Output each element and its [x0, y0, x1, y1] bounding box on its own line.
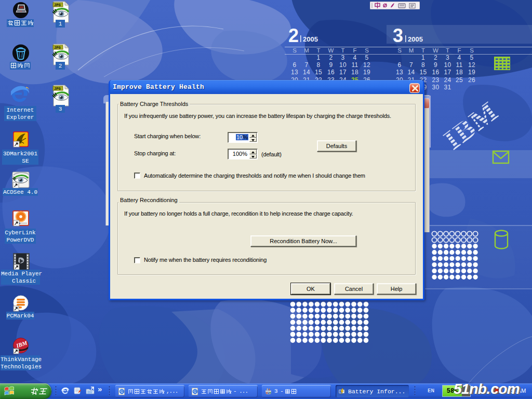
svg-text:16: 16 [432, 69, 440, 76]
svg-text:3: 3 [446, 54, 449, 61]
svg-text:26: 26 [468, 76, 475, 84]
svg-text:19: 19 [468, 69, 475, 76]
svg-text:10: 10 [444, 61, 451, 69]
svg-text:JPG: JPG [54, 87, 61, 91]
svg-text:W: W [328, 47, 334, 54]
svg-text:M: M [409, 47, 414, 54]
svg-text:30: 30 [432, 84, 440, 91]
svg-text:T: T [421, 47, 425, 54]
svg-text:S: S [292, 47, 297, 54]
svg-text:F: F [353, 47, 356, 54]
svg-text:19: 19 [363, 69, 370, 76]
svg-text:9: 9 [329, 61, 333, 69]
svg-text:10: 10 [339, 61, 347, 69]
svg-text:T: T [316, 47, 320, 54]
svg-text:4: 4 [458, 54, 461, 61]
svg-text:3: 3 [341, 54, 345, 61]
svg-text:14: 14 [408, 69, 415, 76]
svg-text:7: 7 [305, 61, 309, 69]
svg-text:9: 9 [434, 61, 437, 69]
svg-text:24: 24 [444, 76, 451, 84]
svg-text:16: 16 [327, 69, 335, 76]
svg-text:6: 6 [293, 61, 297, 69]
svg-text:T: T [446, 47, 449, 54]
svg-text:23: 23 [432, 76, 440, 84]
svg-text:JPG: JPG [54, 3, 61, 7]
svg-text:13: 13 [396, 69, 403, 76]
svg-text:3: 3 [393, 25, 403, 46]
svg-text:W: W [433, 47, 438, 54]
svg-text:17: 17 [339, 69, 347, 76]
svg-text:6: 6 [398, 61, 402, 69]
svg-text:8: 8 [317, 61, 321, 69]
svg-text:T: T [341, 47, 344, 54]
svg-text:F: F [457, 47, 461, 54]
svg-text:15: 15 [420, 69, 427, 76]
svg-text:31: 31 [444, 84, 451, 91]
svg-text:5: 5 [365, 54, 369, 61]
svg-text:S: S [470, 47, 474, 54]
svg-text:2: 2 [288, 25, 299, 46]
svg-text:7: 7 [409, 61, 413, 69]
svg-text:2005: 2005 [303, 35, 318, 43]
svg-text:14: 14 [303, 69, 310, 76]
svg-text:S: S [365, 47, 369, 54]
svg-text:1: 1 [421, 54, 425, 61]
svg-text:25: 25 [456, 76, 463, 84]
svg-text:8: 8 [421, 61, 425, 69]
svg-text:12: 12 [363, 61, 370, 69]
svg-text:JPG: JPG [54, 46, 61, 50]
svg-text:5: 5 [470, 54, 474, 61]
svg-text:15: 15 [315, 69, 322, 76]
svg-text:2005: 2005 [408, 35, 423, 43]
svg-text:18: 18 [456, 69, 463, 76]
svg-text:17: 17 [444, 69, 451, 76]
svg-text:2: 2 [329, 54, 333, 61]
svg-text:11: 11 [351, 61, 358, 69]
svg-text:M: M [304, 47, 309, 54]
svg-text:1: 1 [317, 54, 321, 61]
svg-text:S: S [397, 47, 402, 54]
svg-text:2: 2 [434, 54, 437, 61]
svg-text:12: 12 [468, 61, 475, 69]
svg-text:18: 18 [351, 69, 358, 76]
svg-text:11: 11 [456, 61, 462, 69]
svg-text:4: 4 [353, 54, 357, 61]
svg-text:13: 13 [291, 69, 298, 76]
